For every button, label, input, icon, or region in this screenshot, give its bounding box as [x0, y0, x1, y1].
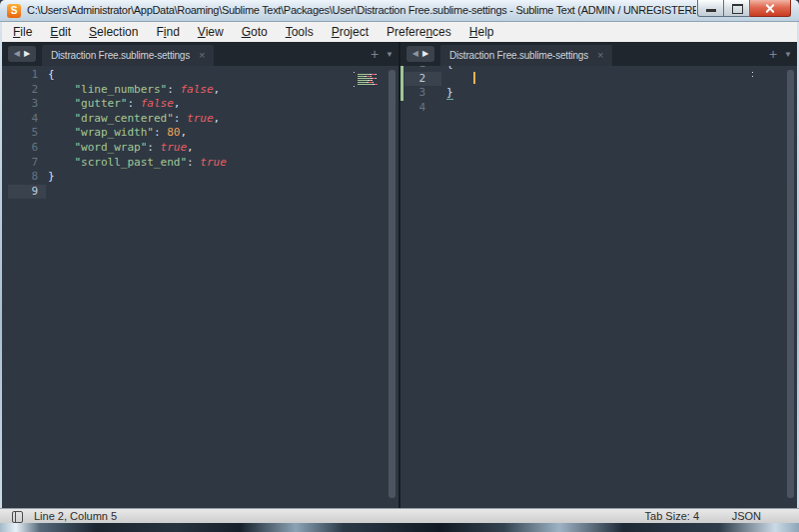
menu-item-find[interactable]: Find	[147, 22, 188, 42]
tab-nav-buttons[interactable]: ◀ ▶	[406, 46, 434, 62]
minimap[interactable]	[354, 68, 390, 86]
menu-item-project[interactable]: Project	[323, 22, 378, 42]
maximize-button[interactable]	[724, 0, 750, 17]
window-controls	[697, 0, 791, 17]
line-number: 4	[8, 112, 46, 127]
line-number: 7	[8, 156, 46, 171]
title-bar[interactable]: S C:\Users\Administrator\AppData\Roaming…	[0, 0, 799, 22]
syntax-indicator[interactable]: JSON	[732, 509, 761, 523]
tab-nav-back-icon[interactable]: ◀	[412, 46, 418, 62]
menu-bar: FileEditSelectionFindViewGotoToolsProjec…	[2, 22, 797, 42]
menu-item-help[interactable]: Help	[460, 22, 503, 42]
tab-distraction-free-settings-right[interactable]: Distraction Free.sublime-settings ×	[440, 45, 612, 66]
code-line[interactable]: 2 "line_numbers": false,	[2, 83, 399, 98]
menu-item-view[interactable]: View	[189, 22, 233, 42]
maximize-icon	[732, 4, 743, 14]
line-number: 8	[8, 170, 46, 185]
code-line[interactable]: 7 "scroll_past_end": true	[2, 156, 399, 171]
window-title: C:\Users\Administrator\AppData\Roaming\S…	[27, 0, 696, 22]
menu-item-selection[interactable]: Selection	[80, 22, 147, 42]
diff-added-marker	[400, 66, 403, 101]
tab-nav-forward-icon[interactable]: ▶	[422, 46, 428, 62]
line-number: 5	[8, 126, 46, 141]
code-line[interactable]: 4 "draw_centered": true,	[2, 112, 399, 127]
menu-item-preferences[interactable]: Preferences	[378, 22, 460, 42]
tab-close-icon[interactable]: ×	[199, 50, 205, 61]
tab-label: Distraction Free.sublime-settings	[449, 50, 588, 61]
line-number: 3	[8, 97, 46, 112]
app-icon: S	[7, 4, 21, 18]
tab-size-indicator[interactable]: Tab Size: 4	[645, 509, 699, 523]
code-area[interactable]: 1{2 3}4	[400, 66, 797, 115]
code-line[interactable]: 2	[400, 72, 797, 87]
code-line[interactable]: 6 "word_wrap": true,	[2, 141, 399, 156]
tab-bar-right: ◀ ▶ Distraction Free.sublime-settings × …	[400, 42, 797, 66]
tab-actions-right: + ▼	[769, 45, 792, 63]
vertical-scrollbar[interactable]	[787, 70, 794, 498]
editor-pane-user-settings[interactable]: 1{2 3}4	[400, 66, 797, 508]
minimap[interactable]	[752, 68, 788, 76]
menu-item-edit[interactable]: Edit	[41, 22, 80, 42]
code-line[interactable]: 3}	[400, 86, 797, 101]
tab-close-icon[interactable]: ×	[597, 50, 603, 61]
tab-actions-left: + ▼	[371, 45, 394, 63]
tab-overflow-button[interactable]: ▼	[386, 50, 394, 59]
line-number: 2	[8, 83, 46, 98]
editor-pane-default-settings[interactable]: 1{2 "line_numbers": false,3 "gutter": fa…	[2, 66, 399, 508]
tab-distraction-free-settings-left[interactable]: Distraction Free.sublime-settings ×	[42, 45, 214, 66]
tab-label: Distraction Free.sublime-settings	[51, 50, 190, 61]
window-border-bottom	[0, 523, 799, 532]
line-number: 3	[404, 86, 441, 101]
menu-item-goto[interactable]: Goto	[233, 22, 277, 42]
tab-nav-back-icon[interactable]: ◀	[14, 46, 20, 62]
code-line[interactable]: 9	[2, 185, 399, 200]
minimize-button[interactable]	[697, 0, 724, 17]
sublime-text-window: S C:\Users\Administrator\AppData\Roaming…	[0, 0, 799, 532]
minimize-icon	[706, 9, 716, 12]
line-number: 6	[8, 141, 46, 156]
close-button[interactable]	[750, 0, 791, 17]
line-number: 9	[8, 185, 46, 200]
new-tab-button[interactable]: +	[371, 46, 379, 62]
code-line[interactable]: 8}	[2, 170, 399, 185]
menu-item-tools[interactable]: Tools	[277, 22, 323, 42]
tab-nav-buttons[interactable]: ◀ ▶	[8, 46, 36, 62]
code-area[interactable]: 1{2 "line_numbers": false,3 "gutter": fa…	[2, 66, 399, 199]
caret-position: Line 2, Column 5	[34, 509, 117, 523]
code-line[interactable]: 1{	[2, 68, 399, 83]
text-cursor	[473, 72, 475, 84]
tab-overflow-button[interactable]: ▼	[784, 50, 792, 59]
code-line[interactable]: 5 "wrap_width": 80,	[2, 126, 399, 141]
tab-nav-forward-icon[interactable]: ▶	[24, 46, 30, 62]
line-number: 1	[8, 68, 46, 83]
code-line[interactable]: 4	[400, 101, 797, 116]
line-number: 4	[404, 101, 441, 116]
line-number: 2	[404, 72, 441, 87]
window-border-left	[0, 22, 2, 523]
status-bar: Line 2, Column 5 Tab Size: 4 JSON	[0, 508, 799, 523]
vertical-scrollbar[interactable]	[389, 70, 396, 498]
new-tab-button[interactable]: +	[769, 46, 777, 62]
code-line[interactable]: 3 "gutter": false,	[2, 97, 399, 112]
status-icon[interactable]	[12, 511, 23, 523]
menu-item-file[interactable]: File	[4, 22, 41, 42]
tab-bar-left: ◀ ▶ Distraction Free.sublime-settings × …	[2, 42, 399, 66]
